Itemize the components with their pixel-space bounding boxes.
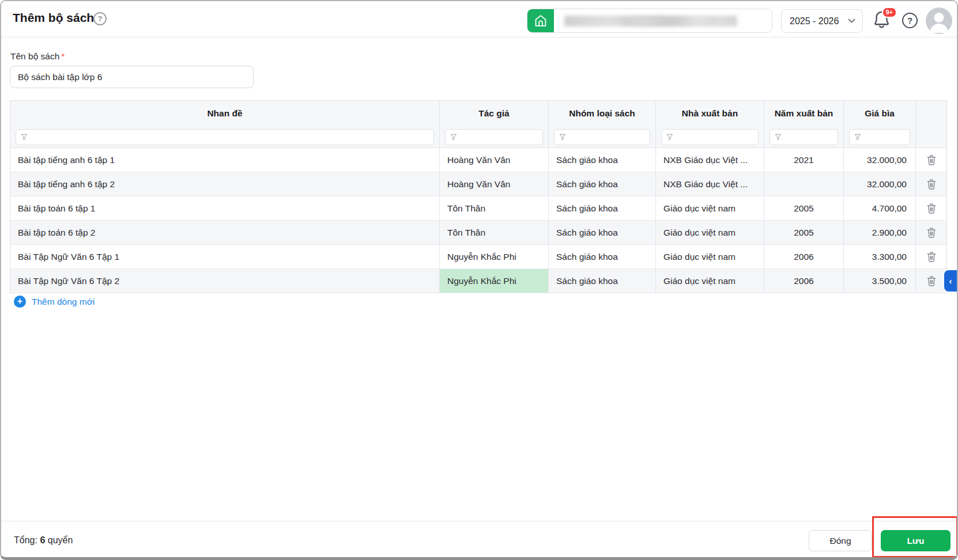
price-cell: 2.900,00 bbox=[844, 221, 916, 244]
column-header: Nhóm loại sách bbox=[549, 101, 656, 126]
user-avatar[interactable] bbox=[926, 7, 952, 34]
column-filter-input[interactable] bbox=[461, 133, 538, 142]
trash-icon bbox=[927, 276, 936, 286]
author-cell: Hoàng Văn Vân bbox=[440, 148, 549, 172]
category-cell: Sách giáo khoa bbox=[549, 172, 656, 196]
delete-row-button[interactable] bbox=[916, 245, 946, 268]
school-selector[interactable] bbox=[527, 9, 772, 33]
top-divider bbox=[1, 37, 957, 37]
year-cell: 2005 bbox=[764, 221, 844, 244]
required-asterisk: * bbox=[61, 51, 65, 61]
school-year-select[interactable]: 2025 - 2026 bbox=[781, 9, 863, 33]
column-header: Năm xuất bản bbox=[764, 101, 844, 126]
add-row-label: Thêm dòng mới bbox=[32, 297, 95, 307]
home-button[interactable] bbox=[527, 9, 554, 32]
author-cell: Hoàng Văn Vân bbox=[440, 172, 549, 196]
year-cell: 2021 bbox=[764, 148, 844, 172]
publisher-cell: Giáo dục việt nam bbox=[656, 196, 764, 220]
chevron-down-icon bbox=[848, 18, 855, 24]
filter-funnel-icon bbox=[559, 134, 566, 141]
author-cell: Nguyễn Khắc Phi bbox=[440, 269, 549, 293]
category-cell: Sách giáo khoa bbox=[549, 245, 656, 268]
delete-cell bbox=[916, 172, 946, 196]
price-cell: 3.300,00 bbox=[844, 245, 916, 268]
title-cell: Bài tập toán 6 tập 2 bbox=[10, 221, 440, 244]
delete-row-button[interactable] bbox=[916, 148, 946, 172]
category-cell: Sách giáo khoa bbox=[549, 269, 656, 293]
year-cell: 2005 bbox=[764, 196, 844, 220]
top-bar: Thêm bộ sách ? 2025 - 2026 bbox=[1, 1, 957, 37]
redaction-blur bbox=[623, 18, 715, 25]
notifications-button[interactable]: 9+ bbox=[873, 10, 892, 31]
year-cell: 2006 bbox=[764, 245, 844, 268]
column-header: Nhà xuất bản bbox=[656, 101, 764, 126]
filter-cell bbox=[656, 126, 764, 147]
column-filter-input[interactable] bbox=[865, 133, 905, 142]
year-cell: 2006 bbox=[764, 269, 844, 293]
delete-row-button[interactable] bbox=[916, 221, 946, 244]
column-filter-input[interactable] bbox=[569, 133, 645, 142]
column-filter[interactable] bbox=[554, 129, 650, 145]
title-help-icon[interactable]: ? bbox=[93, 12, 107, 25]
chevron-left-icon: ‹ bbox=[949, 276, 952, 286]
save-button[interactable]: Lưu bbox=[881, 530, 951, 551]
delete-cell bbox=[916, 269, 946, 293]
column-filter[interactable] bbox=[445, 129, 543, 145]
filter-cell bbox=[10, 126, 440, 147]
column-header: Giá bìa bbox=[844, 101, 916, 126]
price-cell: 3.500,00 bbox=[844, 269, 916, 293]
trash-icon bbox=[927, 203, 936, 214]
notification-badge: 9+ bbox=[882, 7, 897, 18]
title-cell: Bài tập tiếng anh 6 tập 1 bbox=[10, 148, 440, 172]
school-name-redacted bbox=[554, 9, 772, 32]
delete-cell bbox=[916, 221, 946, 244]
column-filter-input[interactable] bbox=[31, 133, 429, 142]
filter-funnel-icon bbox=[666, 134, 673, 141]
category-cell: Sách giáo khoa bbox=[549, 148, 656, 172]
column-filter[interactable] bbox=[661, 129, 759, 145]
table-row: Bài tập toán 6 tập 2Tôn ThânSách giáo kh… bbox=[10, 221, 946, 245]
trash-icon bbox=[927, 155, 936, 165]
add-row-button[interactable]: + Thêm dòng mới bbox=[14, 296, 95, 308]
filter-funnel-icon bbox=[854, 134, 861, 141]
filter-cell bbox=[440, 126, 549, 147]
column-filter[interactable] bbox=[849, 129, 910, 145]
close-button[interactable]: Đóng bbox=[809, 530, 872, 551]
add-book-set-dialog: Thêm bộ sách ? 2025 - 2026 bbox=[0, 0, 958, 560]
column-filter[interactable] bbox=[16, 129, 434, 145]
total-count: Tổng: 6 quyển bbox=[14, 535, 73, 546]
filter-cell bbox=[844, 126, 916, 147]
category-cell: Sách giáo khoa bbox=[549, 221, 656, 244]
filter-funnel-icon bbox=[450, 134, 457, 141]
collapse-panel-toggle[interactable]: ‹ bbox=[944, 270, 957, 292]
help-button[interactable]: ? bbox=[902, 13, 918, 28]
table-header-row: Nhan đềTác giảNhóm loại sáchNhà xuất bản… bbox=[10, 101, 946, 126]
column-filter-input[interactable] bbox=[677, 133, 753, 142]
price-cell: 32.000,00 bbox=[844, 148, 916, 172]
trash-icon bbox=[927, 252, 936, 262]
publisher-cell: Giáo dục việt nam bbox=[656, 269, 764, 293]
delete-row-button[interactable] bbox=[916, 196, 946, 220]
footer-divider bbox=[1, 521, 957, 521]
question-glyph: ? bbox=[98, 14, 103, 23]
filter-funnel-icon bbox=[775, 134, 782, 141]
book-set-name-input[interactable] bbox=[10, 66, 254, 88]
question-glyph: ? bbox=[907, 16, 912, 25]
price-cell: 32.000,00 bbox=[844, 172, 916, 196]
table-row: Bài tập toán 6 tập 1Tôn ThânSách giáo kh… bbox=[10, 196, 946, 221]
year-cell bbox=[764, 172, 844, 196]
title-cell: Bài Tập Ngữ Văn 6 Tập 2 bbox=[10, 269, 440, 293]
delete-row-button[interactable] bbox=[916, 172, 946, 196]
column-filter-input[interactable] bbox=[785, 133, 833, 142]
delete-cell bbox=[916, 196, 946, 220]
total-value: 6 bbox=[40, 535, 45, 545]
publisher-cell: NXB Giáo dục Việt ... bbox=[656, 148, 764, 172]
column-header: Nhan đề bbox=[10, 101, 440, 126]
filter-cell bbox=[549, 126, 656, 147]
delete-cell bbox=[916, 245, 946, 268]
trash-icon bbox=[927, 179, 936, 190]
publisher-cell: Giáo dục việt nam bbox=[656, 245, 764, 268]
delete-row-button[interactable] bbox=[916, 269, 946, 293]
column-filter[interactable] bbox=[770, 129, 838, 145]
author-cell: Nguyễn Khắc Phi bbox=[440, 245, 549, 268]
